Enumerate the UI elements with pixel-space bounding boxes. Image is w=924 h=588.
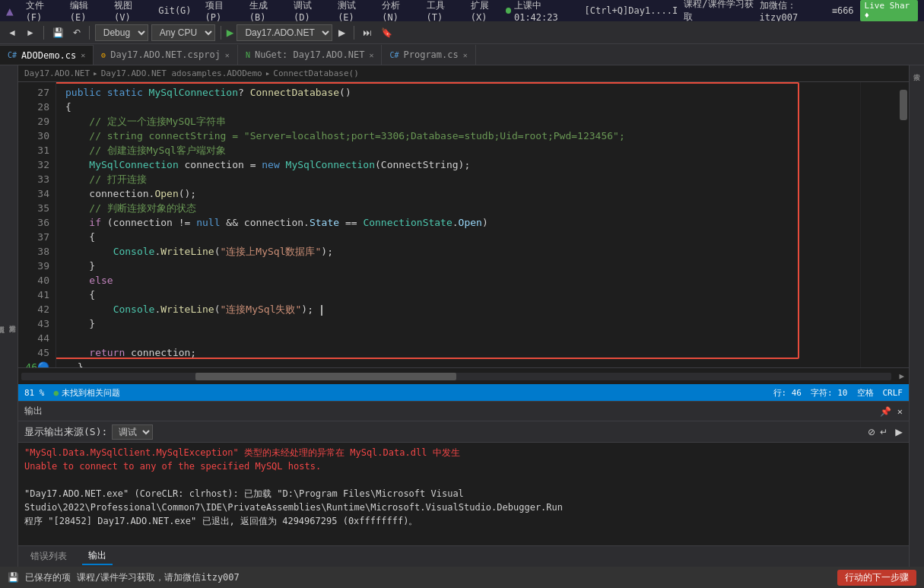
menu-debug[interactable]: 调试(D): [289, 0, 329, 24]
output-source-label: 显示输出来源(S):: [24, 425, 107, 439]
code-line-44: [65, 331, 851, 345]
nuget-icon: N: [246, 51, 250, 59]
ln-35: 35: [24, 201, 49, 215]
forward-button[interactable]: ►: [23, 26, 38, 40]
h-scroll-thumb[interactable]: [195, 373, 456, 380]
notification-action-btn[interactable]: 行动的下一步骤: [837, 570, 916, 586]
clear-output-btn[interactable]: ⊘: [868, 427, 875, 437]
code-line-39: }: [65, 259, 851, 273]
code-line-28: {: [65, 100, 851, 114]
shortcut-hint: [Ctrl+Q]: [584, 5, 628, 16]
run-button[interactable]: ▶: [335, 26, 348, 40]
title-bar-left: ▲ 文件(F) 编辑(E) 视图(V) Git(G) 项目(P) 生成(B) 调…: [6, 0, 506, 24]
code-line-30: // string connectString = "Server=localh…: [65, 129, 851, 143]
center-column: Day17.ADO.NET ▸ Day17.ADO.NET adosamples…: [18, 65, 909, 567]
breadcrumb-sep2: ▸: [265, 68, 271, 78]
menu-project[interactable]: 项目(P): [201, 0, 240, 24]
menu-test[interactable]: 测试(E): [333, 0, 373, 24]
live-status-text: 上课中 01:42:23: [514, 0, 582, 23]
tab-csproj[interactable]: ⚙ Day17.ADO.NET.csproj ✕: [94, 45, 238, 65]
ln-34: 34: [24, 186, 49, 201]
menu-view[interactable]: 视图(V): [110, 0, 149, 24]
ln-40: 40: [24, 273, 49, 288]
menu-analyze[interactable]: 分析(N): [377, 0, 417, 24]
wechat-label: 加微信：itzy007: [760, 0, 826, 23]
bottom-tab-bar: 错误列表 输出: [18, 545, 909, 567]
cs-icon-adodemo: C#: [8, 51, 17, 59]
menu-file[interactable]: 文件(F): [21, 0, 61, 24]
status-indicator: ● 未找到相关问题: [54, 387, 121, 399]
back-button[interactable]: ◄: [5, 26, 20, 40]
tab-adodemo[interactable]: C# ADODemo.cs ✕: [0, 45, 94, 65]
pin-icon[interactable]: 📌: [880, 406, 891, 417]
close-tab-adodemo[interactable]: ✕: [81, 51, 85, 59]
output-line-2: Unable to connect to any of the specifie…: [24, 459, 903, 473]
title-bar: ▲ 文件(F) 编辑(E) 视图(V) Git(G) 项目(P) 生成(B) 调…: [0, 0, 924, 21]
output-panel: 输出 📌 ✕ 显示输出来源(S): 调试 ⊘ ↵ ▶ "MySql.Dat: [18, 401, 909, 545]
error-status: 未找到相关问题: [62, 387, 120, 399]
code-line-42: Console.WriteLine("连接MySql失败");: [65, 302, 851, 316]
debug-mode-select[interactable]: Debug: [95, 24, 148, 41]
code-line-29: // 定义一个连接MySQL字符串: [65, 114, 851, 129]
close-tab-nuget[interactable]: ✕: [369, 51, 373, 59]
close-output-btn[interactable]: ✕: [897, 406, 903, 417]
proj-icon: ⚙: [101, 51, 106, 59]
close-tab-program[interactable]: ✕: [463, 51, 468, 59]
live-notification-text: 课程/课件学习获取，请加微信itzy007: [77, 571, 240, 584]
ln-31: 31: [24, 143, 49, 157]
right-panel: 搜索: [909, 65, 924, 567]
play-pause-btn[interactable]: ▶: [895, 424, 903, 439]
menu-extensions[interactable]: 扩展(X): [466, 0, 506, 24]
tab-program[interactable]: C# Program.cs ✕: [382, 45, 475, 65]
save-button[interactable]: 💾: [49, 26, 67, 40]
notification-bar: 💾 已保存的项 课程/课件学习获取，请加微信itzy007 行动的下一步骤: [0, 567, 924, 588]
col-info: 字符: 10: [811, 387, 848, 399]
tab-error-list[interactable]: 错误列表: [24, 548, 73, 564]
ln-37: 37: [24, 230, 49, 244]
code-line-32: MySqlConnection connection = new MySqlCo…: [65, 157, 851, 172]
tab-output[interactable]: 输出: [82, 548, 113, 565]
tab-label-nuget: NuGet: Day17.ADO.NET: [255, 49, 365, 60]
output-line-3: [24, 473, 903, 487]
status-bar: 81 % ● 未找到相关问题 行: 46 字符: 10 空格 CRLF: [18, 384, 909, 401]
project-select[interactable]: Day17.ADO.NET: [237, 24, 332, 41]
ln-39: 39: [24, 259, 49, 273]
menu-build[interactable]: 生成(B): [245, 0, 284, 24]
mini-map: [860, 82, 898, 367]
tab-nuget[interactable]: N NuGet: Day17.ADO.NET ✕: [238, 45, 383, 65]
play-button[interactable]: ▶: [227, 25, 234, 40]
course-label: 课程/课件学习获取: [684, 0, 753, 24]
code-line-38: Console.WriteLine("连接上MySql数据库");: [65, 244, 851, 259]
code-line-41: {: [65, 288, 851, 302]
undo-button[interactable]: ↶: [70, 26, 84, 40]
output-content: "MySql.Data.MySqlClient.MySqlException" …: [18, 443, 909, 545]
close-tab-csproj[interactable]: ✕: [225, 51, 230, 59]
ln-29: 29: [24, 114, 49, 129]
code-content[interactable]: public static MySqlConnection? ConnectDa…: [56, 82, 860, 367]
bookmark-btn[interactable]: 🔖: [378, 26, 395, 40]
scroll-thumb[interactable]: [900, 90, 907, 120]
horizontal-scrollbar[interactable]: [21, 373, 891, 380]
cpu-target-select[interactable]: Any CPU: [151, 24, 215, 41]
ln-27: 27: [24, 85, 49, 100]
live-share-btn[interactable]: Live Shar ♦: [860, 0, 918, 21]
wrap-output-btn[interactable]: ↵: [880, 427, 887, 437]
code-line-31: // 创建连接MySql客户端对象: [65, 143, 851, 157]
no-error-icon: ●: [54, 388, 59, 398]
menu-edit[interactable]: 编辑(E): [65, 0, 105, 24]
ln-43: 43: [24, 316, 49, 331]
output-line-4: "Day17.ADO.NET.exe" (CoreCLR: clrhost): …: [24, 487, 903, 514]
menu-tools[interactable]: 工具(T): [422, 0, 462, 24]
ln-46: 46🔵: [24, 360, 49, 367]
step-over[interactable]: ⏭: [360, 26, 375, 40]
code-line-33: // 打开连接: [65, 172, 851, 186]
toolbar: ◄ ► 💾 ↶ Debug Any CPU ▶ Day17.ADO.NET ▶ …: [0, 21, 924, 44]
vertical-scrollbar[interactable]: [898, 82, 909, 367]
menu-git[interactable]: Git(G): [154, 4, 195, 17]
expand-btn[interactable]: ▶: [894, 371, 909, 381]
code-line-34: connection.Open();: [65, 186, 851, 201]
ln-38: 38: [24, 244, 49, 259]
tab-label-adodemo: ADODemo.cs: [21, 50, 76, 61]
output-source-select[interactable]: 调试: [112, 424, 153, 440]
ln-41: 41: [24, 288, 49, 302]
